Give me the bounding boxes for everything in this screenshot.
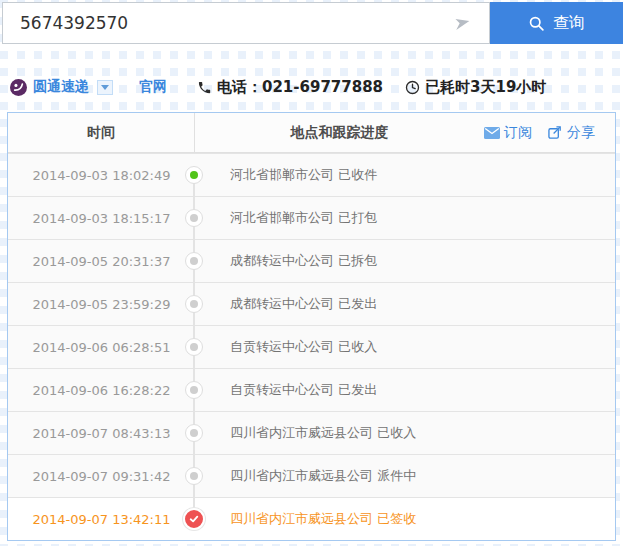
elapsed-group: 已耗时3天19小时	[405, 78, 546, 97]
timeline-dot	[185, 252, 203, 270]
table-row[interactable]: 2014-09-05 23:59:29 成都转运中心公司 已发出	[8, 282, 615, 325]
row-status: 四川省内江市威远县公司 派件中	[195, 467, 416, 485]
subscribe-label: 订阅	[504, 124, 532, 142]
row-time: 2014-09-07 08:43:13	[8, 426, 195, 441]
timeline-dot-inner	[190, 300, 198, 308]
table-row[interactable]: 2014-09-07 13:42:11 四川省内江市威远县公司 已签收	[8, 497, 615, 540]
row-time: 2014-09-05 23:59:29	[8, 297, 195, 312]
subscribe-link[interactable]: 订阅	[484, 124, 532, 142]
share-label: 分享	[567, 124, 595, 142]
share-link[interactable]: 分享	[548, 124, 595, 142]
chevron-down-icon	[101, 85, 109, 90]
clock-icon	[405, 80, 420, 95]
timeline-dot-inner	[190, 386, 198, 394]
timeline-dot	[185, 209, 203, 227]
row-status: 成都转运中心公司 已拆包	[195, 252, 377, 270]
table-row[interactable]: 2014-09-06 16:28:22 自贡转运中心公司 已发出	[8, 368, 615, 411]
timeline-dot	[185, 338, 203, 356]
timeline-dot	[185, 467, 203, 485]
send-icon[interactable]	[453, 14, 472, 33]
table-row[interactable]: 2014-09-07 08:43:13 四川省内江市威远县公司 已收入	[8, 411, 615, 454]
phone-icon	[197, 80, 212, 95]
row-status: 四川省内江市威远县公司 已收入	[195, 424, 416, 442]
table-row[interactable]: 2014-09-05 20:31:37 成都转运中心公司 已拆包	[8, 239, 615, 282]
search-bar: 查询	[2, 2, 623, 44]
courier-dropdown-toggle[interactable]	[97, 80, 113, 95]
time-column-header: 时间	[8, 113, 195, 152]
timeline-dot	[185, 295, 203, 313]
table-body: 2014-09-03 18:02:49 河北省邯郸市公司 已收件 2014-09…	[8, 153, 615, 540]
official-website-link[interactable]: 官网	[139, 78, 167, 96]
timeline-dot-inner	[190, 171, 198, 179]
search-icon	[528, 15, 545, 32]
timeline-dot-inner	[190, 214, 198, 222]
query-button[interactable]: 查询	[490, 2, 623, 44]
timeline-dot	[185, 166, 203, 184]
phone-group: 电话：021-69777888	[197, 78, 383, 97]
row-time: 2014-09-07 09:31:42	[8, 469, 195, 484]
timeline-dot-inner	[190, 257, 198, 265]
row-status: 河北省邯郸市公司 已打包	[195, 209, 377, 227]
row-time: 2014-09-03 18:02:49	[8, 168, 195, 183]
row-status: 河北省邯郸市公司 已收件	[195, 166, 377, 184]
timeline-dot	[185, 381, 203, 399]
row-time: 2014-09-03 18:15:17	[8, 211, 195, 226]
share-icon	[548, 125, 563, 140]
row-status: 自贡转运中心公司 已发出	[195, 381, 377, 399]
query-button-label: 查询	[553, 13, 585, 34]
row-time: 2014-09-05 20:31:37	[8, 254, 195, 269]
timeline-dot	[183, 508, 205, 530]
phone-number: 电话：021-69777888	[217, 78, 383, 97]
row-status: 成都转运中心公司 已发出	[195, 295, 377, 313]
timeline-dot	[185, 424, 203, 442]
timeline-dot-inner	[190, 429, 198, 437]
tracking-table: 时间 地点和跟踪进度 订阅 分享	[7, 112, 616, 541]
table-row[interactable]: 2014-09-07 09:31:42 四川省内江市威远县公司 派件中	[8, 454, 615, 497]
row-status: 四川省内江市威远县公司 已签收	[195, 510, 416, 528]
header-actions: 订阅 分享	[484, 124, 615, 142]
row-time: 2014-09-06 16:28:22	[8, 383, 195, 398]
table-row[interactable]: 2014-09-03 18:15:17 河北省邯郸市公司 已打包	[8, 196, 615, 239]
check-icon	[188, 513, 200, 525]
courier-info-bar: 圆通速递 官网 电话：021-69777888 已耗时3天19小时	[10, 72, 546, 102]
table-row[interactable]: 2014-09-03 18:02:49 河北省邯郸市公司 已收件	[8, 153, 615, 196]
courier-name-link[interactable]: 圆通速递	[33, 78, 89, 96]
table-header: 时间 地点和跟踪进度 订阅 分享	[8, 113, 615, 153]
tracking-number-input[interactable]	[2, 2, 490, 44]
row-status: 自贡转运中心公司 已收入	[195, 338, 377, 356]
row-time: 2014-09-07 13:42:11	[8, 512, 195, 527]
progress-column-header: 地点和跟踪进度 订阅 分享	[195, 113, 615, 152]
timeline-dot-inner	[190, 343, 198, 351]
progress-header-label: 地点和跟踪进度	[195, 124, 484, 142]
elapsed-time: 已耗时3天19小时	[425, 78, 546, 97]
table-row[interactable]: 2014-09-06 06:28:51 自贡转运中心公司 已收入	[8, 325, 615, 368]
timeline-dot-inner	[190, 472, 198, 480]
envelope-icon	[484, 127, 500, 139]
courier-logo-icon	[10, 79, 27, 96]
row-time: 2014-09-06 06:28:51	[8, 340, 195, 355]
